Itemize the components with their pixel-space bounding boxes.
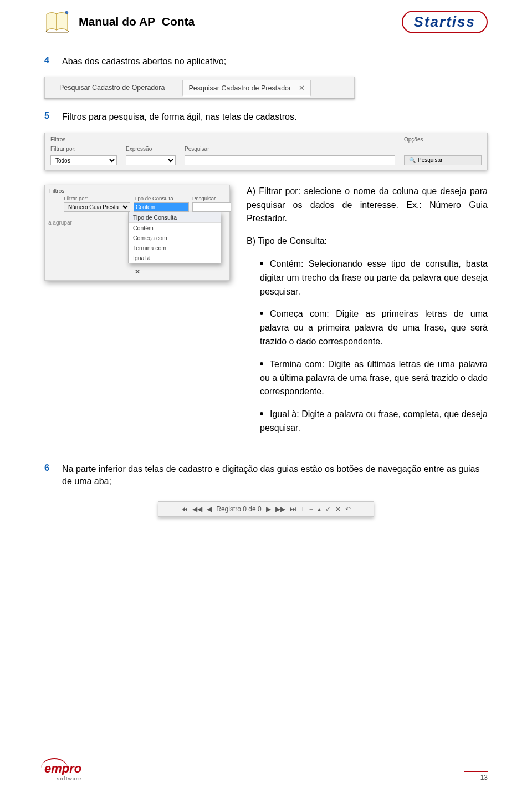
- section-5: 5 Filtros para pesquisa, de forma ágil, …: [44, 111, 488, 123]
- nav-next-icon[interactable]: ▶: [266, 505, 271, 513]
- brand-logo: Startiss: [402, 11, 488, 33]
- nav-label: Registro 0 de 0: [216, 505, 261, 513]
- filterbar-expr: Expressão: [126, 146, 176, 152]
- section-5-text: Filtros para pesquisa, de forma ágil, na…: [62, 111, 296, 123]
- page-footer: empro software 13: [44, 761, 488, 781]
- dp-close-icon[interactable]: ✕: [135, 268, 140, 276]
- dropdown-screenshot: Filtros Filtrar por: Tipo de Consulta Pe…: [44, 185, 230, 281]
- section-6-text: Na parte inferior das telas de cadastro …: [62, 463, 488, 488]
- section-6: 6 Na parte inferior das telas de cadastr…: [44, 463, 488, 488]
- section-5-num: 5: [44, 111, 53, 123]
- nav-nextpage-icon[interactable]: ▶▶: [275, 505, 285, 513]
- filterbar-filtrar: Filtrar por:: [50, 146, 117, 152]
- filterbar-opcoes: Opções: [404, 136, 482, 143]
- nav-last-icon[interactable]: ⏭: [290, 505, 296, 513]
- filterbar-search-button[interactable]: 🔍 Pesquisar: [404, 155, 482, 165]
- dp-option-list: Tipo de Consulta Contém Começa com Termi…: [128, 212, 221, 263]
- nav-minus-icon[interactable]: −: [309, 505, 313, 513]
- filterbar-input-pesq[interactable]: [185, 155, 395, 165]
- dp-input-pesq[interactable]: [192, 202, 231, 212]
- dp-opt-comeca[interactable]: Começa com: [129, 233, 221, 243]
- tempro-logo: empro software: [44, 761, 81, 781]
- explanation-text: A) Filtrar por: selecione o nome da colu…: [247, 185, 488, 444]
- nav-prev-icon[interactable]: ◀: [207, 505, 212, 513]
- section-4: 4 Abas dos cadastros abertos no aplicati…: [44, 55, 488, 68]
- brand-logo-text: Startiss: [414, 13, 475, 31]
- nav-first-icon[interactable]: ⏮: [181, 505, 188, 513]
- explain-b4: Igual à: Digite a palavra ou frase, comp…: [260, 408, 488, 435]
- dp-select-filtrar[interactable]: Número Guia Prestador: [64, 202, 130, 212]
- filterbar-pesq: Pesquisar: [185, 146, 395, 152]
- tab-prestador[interactable]: Pesquisar Cadastro de Prestador ✕: [182, 80, 310, 97]
- nav-up-icon[interactable]: ▴: [318, 505, 321, 513]
- explain-b2: Começa com: Digite as primeiras letras d…: [260, 307, 488, 348]
- explain-b-intro: B) Tipo de Consulta:: [247, 235, 488, 248]
- bullet-icon: [260, 362, 263, 365]
- tabs-screenshot: Pesquisar Cadastro de Operadora Pesquisa…: [44, 77, 488, 99]
- dp-agrupar: a agrupar: [48, 220, 72, 226]
- filterbar-filtros: Filtros: [50, 136, 117, 143]
- page-header: Manual do AP_Conta Startiss: [44, 10, 488, 33]
- explain-a: A) Filtrar por: selecione o nome da colu…: [247, 185, 488, 226]
- tempro-sub: software: [44, 776, 81, 781]
- header-left: Manual do AP_Conta: [44, 10, 195, 33]
- dp-select-tipo[interactable]: [134, 202, 189, 212]
- dp-opt-igual[interactable]: Igual à: [129, 253, 221, 263]
- explain-b1: Contém: Selecionando esse tipo de consul…: [260, 257, 488, 298]
- section-4-num: 4: [44, 55, 53, 68]
- bullet-icon: [260, 412, 263, 415]
- doc-title: Manual do AP_Conta: [79, 15, 195, 28]
- tab-close-icon[interactable]: ✕: [299, 84, 305, 92]
- book-icon: [44, 10, 71, 33]
- section-6-num: 6: [44, 463, 53, 488]
- nav-check-icon[interactable]: ✓: [325, 505, 331, 513]
- navbar-screenshot: ⏮ ◀◀ ◀ Registro 0 de 0 ▶ ▶▶ ⏭ + − ▴ ✓ ✕ …: [44, 501, 488, 517]
- nav-prevpage-icon[interactable]: ◀◀: [192, 505, 202, 513]
- bullet-icon: [260, 312, 263, 315]
- dp-opt-contem[interactable]: Contém: [129, 223, 221, 233]
- explain-b3: Termina com: Digite as últimas letras de…: [260, 358, 488, 399]
- dp-tipo-lbl: Tipo de Consulta: [134, 195, 189, 201]
- filterbar-select-expr[interactable]: [126, 155, 176, 165]
- search-icon: 🔍: [409, 157, 416, 163]
- dp-filtrar-lbl: Filtrar por:: [64, 195, 130, 201]
- tab-operadora[interactable]: Pesquisar Cadastro de Operadora: [54, 80, 170, 95]
- dp-pesq-lbl: Pesquisar: [192, 195, 231, 201]
- filterbar-search-label: Pesquisar: [418, 157, 442, 163]
- dp-filtros: Filtros: [45, 185, 229, 194]
- page-number: 13: [464, 771, 488, 781]
- section-4-text: Abas dos cadastros abertos no aplicativo…: [62, 55, 226, 68]
- nav-undo-icon[interactable]: ↶: [345, 505, 351, 513]
- dp-list-head: Tipo de Consulta: [129, 212, 221, 223]
- filter-bar-screenshot: Filtros Opções Filtrar por: Expressão Pe…: [44, 133, 488, 170]
- dp-opt-termina[interactable]: Termina com: [129, 243, 221, 253]
- tab-prestador-label: Pesquisar Cadastro de Prestador: [188, 84, 291, 92]
- nav-plus-icon[interactable]: +: [301, 505, 305, 513]
- bullet-icon: [260, 262, 263, 265]
- nav-x-icon[interactable]: ✕: [335, 505, 341, 513]
- filterbar-select-filtrar[interactable]: Todos: [50, 155, 117, 165]
